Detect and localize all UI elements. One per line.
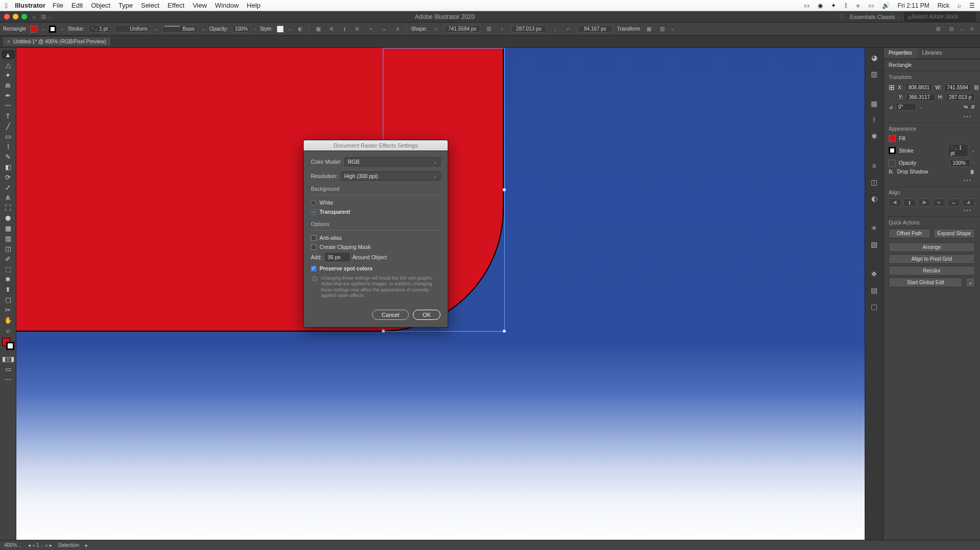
align-bottom[interactable]: ⫡ <box>962 198 975 207</box>
close-button[interactable] <box>4 14 10 19</box>
delete-effect-icon[interactable]: 🗑 <box>970 169 975 174</box>
halign-right-icon[interactable]: ⫸ <box>353 24 362 34</box>
menu-file[interactable]: File <box>53 2 63 9</box>
artboards-panel-icon[interactable]: ▢ <box>869 302 879 311</box>
eraser-tool[interactable]: ◧ <box>2 162 15 171</box>
perspective-tool[interactable]: ▦ <box>2 223 15 233</box>
zoom-tool[interactable]: ⌕ <box>2 326 15 335</box>
blend-tool[interactable]: ⬚ <box>2 264 15 273</box>
canvas[interactable]: Document Raster Effects Settings Color M… <box>16 48 865 540</box>
color-mode-icons[interactable]: ◧◨ <box>2 354 15 363</box>
stroke-weight-field[interactable]: ⌃⌄ 1 pt <box>948 144 968 157</box>
tray-icon[interactable]: ▭ <box>804 2 810 9</box>
stroke-swatch[interactable] <box>49 26 56 33</box>
x-field[interactable]: 808.8831 <box>905 84 932 91</box>
align-pixel-grid-button[interactable]: Align to Pixel Grid <box>889 254 975 264</box>
adobe-stock-search[interactable]: ⌕ <box>904 12 976 21</box>
align-top[interactable]: ⫟ <box>933 198 945 207</box>
effect-label[interactable]: Drop Shadow <box>897 169 928 174</box>
gpu-icon[interactable]: ♡ <box>839 13 844 20</box>
valign-middle-icon[interactable]: ⫠ <box>380 24 389 34</box>
menu-window[interactable]: Window <box>215 2 238 9</box>
selection-tool[interactable]: ▲ <box>2 50 15 59</box>
pencil-tool[interactable]: ✎ <box>2 152 15 161</box>
paintbrush-tool[interactable]: ⌇ <box>2 142 15 151</box>
rotate-tool[interactable]: ⟳ <box>2 172 15 182</box>
pen-tool[interactable]: ✒ <box>2 91 15 100</box>
slice-tool[interactable]: ✂ <box>2 305 15 314</box>
tray-icon[interactable]: ◉ <box>818 2 823 9</box>
cancel-button[interactable]: Cancel <box>372 310 409 320</box>
pixel-snap-icon[interactable]: ▥ <box>657 24 667 34</box>
menu-effect[interactable]: Effect <box>167 2 184 9</box>
screen-mode[interactable]: ▭ <box>2 364 15 373</box>
search-input[interactable] <box>912 14 972 19</box>
stroke-color[interactable] <box>6 342 14 350</box>
menu-edit[interactable]: Edit <box>71 2 83 9</box>
home-icon[interactable]: ⌂ <box>32 14 36 20</box>
hand-tool[interactable]: ✋ <box>2 315 15 324</box>
background-transparent-radio[interactable]: Transparent <box>311 209 440 215</box>
control-center-icon[interactable]: ☰ <box>969 2 975 9</box>
tab-close-icon[interactable]: × <box>7 39 10 44</box>
bluetooth-icon[interactable]: ᛒ <box>844 2 848 9</box>
panel-menu-icon[interactable]: ≡ <box>968 24 977 34</box>
preserve-spot-checkbox[interactable]: Preserve spot colors <box>311 265 440 271</box>
user-menu[interactable]: Rick <box>938 2 949 9</box>
document-tab[interactable]: × Untitled-1* @ 400% (RGB/Pixel Preview) <box>3 37 110 46</box>
reference-point[interactable]: ⊞ <box>889 83 895 91</box>
color-guide-panel-icon[interactable]: ▥ <box>869 69 879 79</box>
rotate-field[interactable]: 0° <box>896 103 916 111</box>
fill-stroke-control[interactable] <box>2 338 14 350</box>
width-field[interactable]: 741.5584 px <box>445 25 480 33</box>
zoom-level[interactable]: 400% ⌄ <box>4 542 22 548</box>
stroke-panel-icon[interactable]: ≡ <box>869 161 879 170</box>
resolution-select[interactable]: High (300 ppi)⌄ <box>341 171 440 181</box>
scale-tool[interactable]: ⤢ <box>2 183 15 192</box>
halign-left-icon[interactable]: ⫷ <box>327 24 336 34</box>
arrange-button[interactable]: Arrange <box>889 242 975 252</box>
tab-properties[interactable]: Properties <box>884 48 917 59</box>
layers-panel-icon[interactable]: ❖ <box>869 269 879 279</box>
align-icon[interactable]: ▦ <box>313 24 323 34</box>
y-field[interactable]: 366.3117 <box>906 93 935 101</box>
global-edit-options[interactable]: ⌄ <box>966 278 975 287</box>
valign-top-icon[interactable]: ⫟ <box>366 24 376 34</box>
more-options[interactable]: ••• <box>889 177 975 183</box>
color-model-select[interactable]: RGB⌄ <box>345 157 440 166</box>
recolor-button[interactable]: Recolor <box>889 266 975 276</box>
opacity-field[interactable]: 100% <box>232 25 251 33</box>
app-menu[interactable]: Illustrator <box>15 2 45 9</box>
symbols-panel-icon[interactable]: ✱ <box>869 132 879 141</box>
line-tool[interactable]: ╱ <box>2 121 15 131</box>
asset-export-panel-icon[interactable]: ▤ <box>869 286 879 295</box>
menu-help[interactable]: Help <box>247 2 261 9</box>
graph-tool[interactable]: ⬍ <box>2 285 15 294</box>
fill-swatch[interactable] <box>889 135 896 142</box>
panel-mode-icon[interactable]: ⊟ <box>947 24 956 34</box>
brush-profile[interactable]: Uniform <box>114 25 150 33</box>
symbol-sprayer-tool[interactable]: ✱ <box>2 274 15 284</box>
volume-icon[interactable]: 🔊 <box>882 2 890 9</box>
opacity-field[interactable]: 100% <box>950 159 970 167</box>
corner-type-icon[interactable]: ⌐ <box>564 24 573 34</box>
selection-handle[interactable] <box>382 330 385 333</box>
menu-object[interactable]: Object <box>91 2 110 9</box>
flip-v-icon[interactable]: ⇵ <box>971 104 975 110</box>
transform-link[interactable]: Transform <box>617 26 640 32</box>
style-swatch[interactable] <box>277 26 284 33</box>
clipping-mask-checkbox[interactable]: Create Clipping Mask <box>311 244 440 250</box>
tray-icon[interactable]: ✦ <box>831 2 836 9</box>
align-right[interactable]: ⫸ <box>918 198 931 207</box>
color-panel-icon[interactable]: ◕ <box>869 53 879 62</box>
opacity-flyout[interactable]: › <box>254 27 256 31</box>
gradient-tool[interactable]: ◫ <box>2 244 15 253</box>
link-wh-icon[interactable]: ⛓ <box>484 24 494 34</box>
spotlight-icon[interactable]: ⌕ <box>958 2 961 9</box>
more-options[interactable]: ••• <box>889 207 975 213</box>
transparency-panel-icon[interactable]: ◐ <box>869 194 879 203</box>
background-white-radio[interactable]: White <box>311 199 440 206</box>
isolate-icon[interactable]: ▦ <box>644 24 653 34</box>
flip-h-icon[interactable]: ⇋ <box>964 104 968 110</box>
offset-path-button[interactable]: Offset Path <box>889 229 930 238</box>
